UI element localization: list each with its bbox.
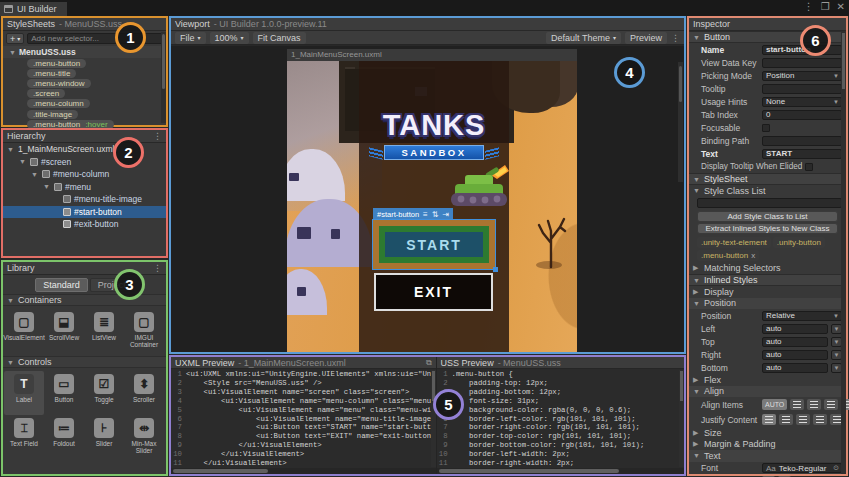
- viewport-scrollbar[interactable]: [678, 62, 683, 182]
- align-horizontal-icon[interactable]: ≡: [423, 210, 428, 219]
- size-foldout[interactable]: ▶ Size: [689, 427, 846, 439]
- selector-menu-window[interactable]: .menu-window: [27, 79, 91, 88]
- add-style-class-button[interactable]: Add Style Class to List: [697, 211, 838, 222]
- align-items-auto-button[interactable]: AUTO: [762, 399, 787, 410]
- position-dropdown[interactable]: Relative▼: [762, 311, 842, 321]
- library-item-label[interactable]: T Label: [4, 371, 44, 415]
- justify-flex-start-button[interactable]: [762, 414, 776, 425]
- hierarchy-item-start-button[interactable]: #start-button: [3, 206, 166, 219]
- library-item-button[interactable]: ▭ Button: [44, 371, 84, 415]
- tab-standard[interactable]: Standard: [35, 278, 88, 292]
- theme-dropdown[interactable]: Default Theme▾: [546, 32, 621, 44]
- library-item-minmax-slider[interactable]: ⇹ Min-Max Slider: [124, 415, 164, 459]
- tab-index-field[interactable]: 0: [762, 110, 842, 120]
- left-field[interactable]: auto: [762, 324, 828, 334]
- position-anchor-icon[interactable]: ⇥: [442, 210, 449, 219]
- library-item-toggle[interactable]: ☑ Toggle: [84, 371, 124, 415]
- fit-canvas-button[interactable]: Fit Canvas: [253, 32, 306, 44]
- library-item-scroller[interactable]: ⬍ Scroller: [124, 371, 164, 415]
- class-pill-unity-text-element[interactable]: .unity-text-element: [697, 237, 771, 248]
- inspector-scrollbar[interactable]: [841, 31, 846, 474]
- canvas-document-tab[interactable]: 1_MainMenuScreen.uxml: [287, 49, 577, 61]
- menu-column[interactable]: TANKS SANDBOX: [359, 61, 509, 352]
- add-selector-button[interactable]: + ▾: [6, 33, 24, 44]
- zoom-dropdown[interactable]: 100%▾: [210, 32, 249, 44]
- selection-label-tab[interactable]: #start-button ≡ ⇅ ⇥: [373, 208, 453, 220]
- class-pill-unity-button[interactable]: .unity-button: [773, 237, 825, 248]
- text-foldout[interactable]: ▼ Text: [689, 450, 846, 462]
- picking-mode-dropdown[interactable]: Position▼: [762, 71, 842, 81]
- selector-title-image[interactable]: .title-image: [27, 110, 78, 119]
- uxml-hscrollbar[interactable]: [171, 468, 436, 474]
- library-menu-icon[interactable]: ⋮: [153, 263, 162, 273]
- justify-flex-end-button[interactable]: [796, 414, 810, 425]
- text-field[interactable]: START: [762, 149, 842, 159]
- class-pill-menu-button[interactable]: .menu-button x: [697, 250, 759, 261]
- font-object-field[interactable]: Aa Teko-Regular ⊙: [762, 463, 842, 473]
- start-button[interactable]: START: [385, 232, 483, 257]
- margin-padding-foldout[interactable]: ▶ Margin & Padding: [689, 439, 846, 451]
- library-item-scrollview[interactable]: ⬓ ScrollView: [44, 309, 84, 353]
- view-data-key-field[interactable]: [762, 58, 842, 68]
- library-item-imgui[interactable]: ▢ IMGUI Container: [124, 309, 164, 353]
- viewport-menu-icon[interactable]: ⋮: [671, 33, 680, 43]
- library-item-slider[interactable]: ⊦ Slider: [84, 415, 124, 459]
- matching-selectors-foldout[interactable]: ▶ Matching Selectors: [689, 263, 846, 275]
- justify-center-button[interactable]: [779, 414, 793, 425]
- exit-button[interactable]: EXIT: [374, 273, 493, 311]
- stylesheets-scrollbar[interactable]: [161, 32, 166, 123]
- binding-path-field[interactable]: [762, 136, 842, 146]
- hierarchy-menu-icon[interactable]: ⋮: [153, 131, 162, 141]
- align-foldout[interactable]: ▼ Align: [689, 386, 846, 398]
- library-item-foldout[interactable]: ≔ Foldout: [44, 415, 84, 459]
- game-canvas[interactable]: TANKS SANDBOX: [287, 61, 577, 352]
- display-tooltip-checkbox[interactable]: [805, 163, 813, 171]
- display-foldout[interactable]: ▶ Display: [689, 286, 846, 298]
- hierarchy-item-menu-column[interactable]: ▼ #menu-column: [3, 168, 166, 181]
- selector-menu-column[interactable]: .menu-column: [27, 99, 90, 108]
- foldout-caret-icon[interactable]: ▼: [9, 49, 17, 56]
- uxml-code[interactable]: 1<ui:UXML xmlns:ui="UnityEngine.UIElemen…: [171, 369, 436, 468]
- usage-hints-dropdown[interactable]: None▼: [762, 97, 842, 107]
- justify-space-between-button[interactable]: [813, 414, 827, 425]
- hierarchy-item-exit-button[interactable]: #exit-button: [3, 218, 166, 231]
- extract-inlined-styles-button[interactable]: Extract Inlined Styles to New Class: [697, 223, 838, 234]
- align-items-center-button[interactable]: [807, 399, 821, 410]
- resize-handle[interactable]: [493, 267, 498, 272]
- section-inlined-styles[interactable]: ▼ Inlined Styles: [689, 274, 846, 286]
- uss-vscrollbar[interactable]: [679, 370, 684, 467]
- library-item-visualelement[interactable]: ▢ VisualElement: [4, 309, 44, 353]
- window-close-icon[interactable]: ✕: [837, 1, 845, 12]
- selector-screen[interactable]: .screen: [27, 89, 65, 98]
- uss-code[interactable]: 1.menu-button { 2 padding-top: 12px; 3 p…: [437, 369, 684, 468]
- object-picker-icon[interactable]: ⊙: [833, 464, 839, 472]
- window-menu-icon[interactable]: ⋮: [804, 1, 814, 12]
- bottom-field[interactable]: auto: [762, 363, 828, 373]
- preview-toggle-button[interactable]: Preview: [625, 32, 667, 44]
- library-item-listview[interactable]: ≣ ListView: [84, 309, 124, 353]
- selector-menu-title[interactable]: .menu-title: [27, 69, 76, 78]
- library-item-textfield[interactable]: ⌶ Text Field: [4, 415, 44, 459]
- remove-class-icon[interactable]: x: [751, 251, 755, 260]
- selector-menu-button[interactable]: .menu-button: [27, 59, 86, 68]
- file-menu-button[interactable]: File▾: [175, 32, 206, 44]
- position-foldout[interactable]: ▼ Position: [689, 298, 846, 310]
- align-vertical-icon[interactable]: ⇅: [432, 210, 439, 219]
- style-class-input[interactable]: [697, 198, 842, 208]
- open-external-icon[interactable]: ⧉: [426, 358, 432, 368]
- top-field[interactable]: auto: [762, 337, 828, 347]
- section-stylesheet[interactable]: ▼ StyleSheet: [689, 173, 846, 185]
- hierarchy-item-menu[interactable]: ▼ #menu: [3, 181, 166, 194]
- right-field[interactable]: auto: [762, 350, 828, 360]
- hierarchy-item-menu-title-image[interactable]: #menu-title-image: [3, 193, 166, 206]
- uss-hscrollbar[interactable]: [437, 468, 684, 474]
- align-items-flex-end-button[interactable]: [824, 399, 838, 410]
- style-class-list-foldout[interactable]: ▼ Style Class List: [689, 185, 846, 197]
- window-maximize-icon[interactable]: ❐: [821, 1, 830, 12]
- flex-foldout[interactable]: ▶ Flex: [689, 374, 846, 386]
- tooltip-field[interactable]: [762, 84, 842, 94]
- start-button-selection[interactable]: START: [373, 220, 495, 269]
- window-tab[interactable]: UI Builder: [0, 0, 67, 16]
- focusable-checkbox[interactable]: [762, 124, 770, 132]
- align-items-flex-start-button[interactable]: [790, 399, 804, 410]
